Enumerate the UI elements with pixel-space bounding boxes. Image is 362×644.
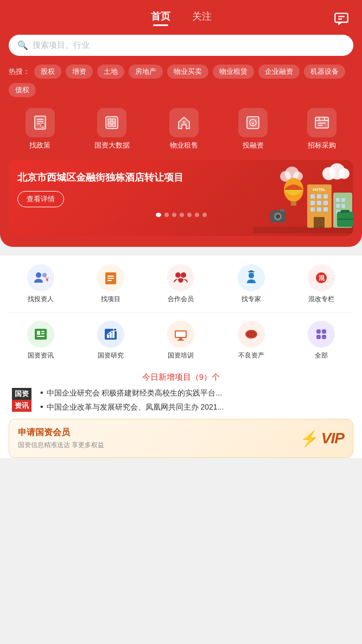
nav-investor[interactable]: ¥ 找投资人 <box>27 264 54 304</box>
content-section: ¥ 找投资人 找项目 <box>0 256 362 458</box>
nav-member[interactable]: 合作会员 <box>167 264 194 304</box>
lightning-icon: ⚡ <box>300 430 319 448</box>
nav-mixreform[interactable]: 混 混改专栏 <box>308 264 335 304</box>
svg-point-66 <box>175 272 181 278</box>
svg-rect-77 <box>37 336 45 337</box>
svg-rect-81 <box>112 331 115 338</box>
search-placeholder: 搜索项目、行业 <box>33 40 90 50</box>
today-new-count: 今日新增项目（9）个 <box>0 369 362 388</box>
mixreform-icon: 混 <box>308 264 335 291</box>
dot-5[interactable] <box>195 213 199 217</box>
svg-rect-43 <box>314 217 325 228</box>
svg-rect-58 <box>253 227 353 233</box>
nav-grid-row2: 国资资讯 国资研究 <box>0 313 362 369</box>
dot-4[interactable] <box>187 213 192 217</box>
svg-rect-18 <box>315 117 328 128</box>
nav-bad-asset[interactable]: 不良资产 <box>238 321 265 360</box>
member-icon <box>167 264 194 291</box>
banner-detail-button[interactable]: 查看详情 <box>17 191 64 207</box>
dot-3[interactable] <box>180 213 184 217</box>
news-block: 国资 资讯 • 中国企业研究会 积极搭建财经类高校生的实践平台... • 中国企… <box>9 388 353 412</box>
svg-rect-63 <box>107 276 114 277</box>
svg-rect-65 <box>107 280 112 281</box>
dot-1[interactable] <box>164 213 169 217</box>
svg-rect-13 <box>112 123 116 126</box>
banner: 北京市西城区金融街独栋酒店转让项目 查看详情 <box>9 160 353 236</box>
news-text-1: 中国企业改革与发展研究会、凤凰网共同主办 2021... <box>47 402 224 413</box>
data-icon <box>97 108 126 137</box>
investor-icon: ¥ <box>27 264 54 291</box>
news-text-0: 中国企业研究会 积极搭建财经类高校生的实践平台... <box>47 388 223 399</box>
bad-asset-icon <box>238 321 265 348</box>
nav-all[interactable]: 全部 <box>308 321 335 360</box>
search-bar[interactable]: 🔍 搜索项目、行业 <box>9 35 353 56</box>
nav-training[interactable]: 国资培训 <box>167 321 194 360</box>
quick-item-data[interactable]: 国资大数据 <box>94 108 130 150</box>
hot-tag-5[interactable]: 物业租赁 <box>213 65 254 79</box>
nav-member-label: 合作会员 <box>168 295 194 304</box>
quick-label-bid: 招标采购 <box>308 141 336 150</box>
svg-rect-42 <box>323 207 328 212</box>
news-icon <box>27 321 54 348</box>
hot-tag-3[interactable]: 房地产 <box>129 65 163 79</box>
quick-item-policy[interactable]: ¥ 找政策 <box>26 108 55 150</box>
hot-tag-1[interactable]: 增资 <box>66 65 93 79</box>
svg-rect-9 <box>106 117 118 129</box>
research-icon <box>97 321 124 348</box>
tab-follow[interactable]: 关注 <box>192 10 212 23</box>
svg-point-26 <box>339 168 350 179</box>
quick-label-data: 国资大数据 <box>94 141 130 150</box>
news-item-0[interactable]: • 中国企业研究会 积极搭建财经类高校生的实践平台... <box>40 388 224 399</box>
svg-rect-85 <box>176 331 186 337</box>
banner-illustration: HOTEL <box>250 160 353 236</box>
vip-left: 申请国资会员 国资信息精准送达 享更多权益 <box>18 427 104 450</box>
svg-rect-41 <box>317 207 321 212</box>
svg-rect-93 <box>322 329 326 334</box>
message-icon[interactable] <box>332 9 351 28</box>
expert-icon <box>238 264 265 291</box>
dot-6[interactable] <box>202 213 207 217</box>
quick-item-invest[interactable]: ¥ 投融资 <box>238 108 268 150</box>
quick-item-bid[interactable]: 招标采购 <box>307 108 336 150</box>
vip-text: VIP <box>321 430 344 447</box>
nav-training-label: 国资培训 <box>168 351 194 360</box>
nav-expert-label: 找专家 <box>242 295 261 304</box>
nav-bad-asset-label: 不良资产 <box>238 351 264 360</box>
hot-tag-6[interactable]: 企业融资 <box>258 65 300 79</box>
svg-rect-36 <box>323 194 328 199</box>
nav-investor-label: 找投资人 <box>28 295 54 304</box>
svg-rect-31 <box>291 201 296 206</box>
quick-item-rental[interactable]: 租 物业租售 <box>169 108 199 150</box>
vip-banner[interactable]: 申请国资会员 国资信息精准送达 享更多权益 ⚡ VIP <box>9 419 353 458</box>
svg-rect-95 <box>322 335 326 339</box>
nav-news[interactable]: 国资资讯 <box>27 321 54 360</box>
nav-research[interactable]: 国资研究 <box>97 321 124 360</box>
nav-project-label: 找项目 <box>101 295 120 304</box>
nav-mixreform-label: 混改专栏 <box>308 295 334 304</box>
hot-tag-8[interactable]: 债权 <box>9 83 36 97</box>
nav-grid-row1: ¥ 找投资人 找项目 <box>0 264 362 313</box>
hot-tag-2[interactable]: 土地 <box>97 65 124 79</box>
tab-home[interactable]: 首页 <box>151 10 170 23</box>
news-item-1[interactable]: • 中国企业改革与发展研究会、凤凰网共同主办 2021... <box>40 402 224 413</box>
svg-rect-73 <box>35 329 47 340</box>
svg-rect-45 <box>336 198 340 202</box>
dot-0[interactable] <box>156 213 161 217</box>
svg-rect-40 <box>310 207 315 212</box>
hot-label: 热搜： <box>9 67 30 76</box>
quick-label-invest: 投融资 <box>243 141 264 150</box>
dot-2[interactable] <box>172 213 176 217</box>
nav-project[interactable]: 找项目 <box>97 264 124 304</box>
hot-tag-0[interactable]: 股权 <box>34 65 61 79</box>
news-tag: 国资 资讯 <box>9 388 35 412</box>
hot-tag-7[interactable]: 机器设备 <box>304 65 345 79</box>
svg-point-91 <box>250 333 252 335</box>
svg-point-59 <box>36 272 41 278</box>
nav-news-label: 国资资讯 <box>28 351 54 360</box>
quick-label-policy: 找政策 <box>29 141 50 150</box>
hot-tag-4[interactable]: 物业买卖 <box>167 65 208 79</box>
svg-rect-76 <box>41 333 45 334</box>
nav-expert[interactable]: 找专家 <box>238 264 265 304</box>
svg-text:混: 混 <box>319 275 325 281</box>
nav-research-label: 国资研究 <box>98 351 124 360</box>
